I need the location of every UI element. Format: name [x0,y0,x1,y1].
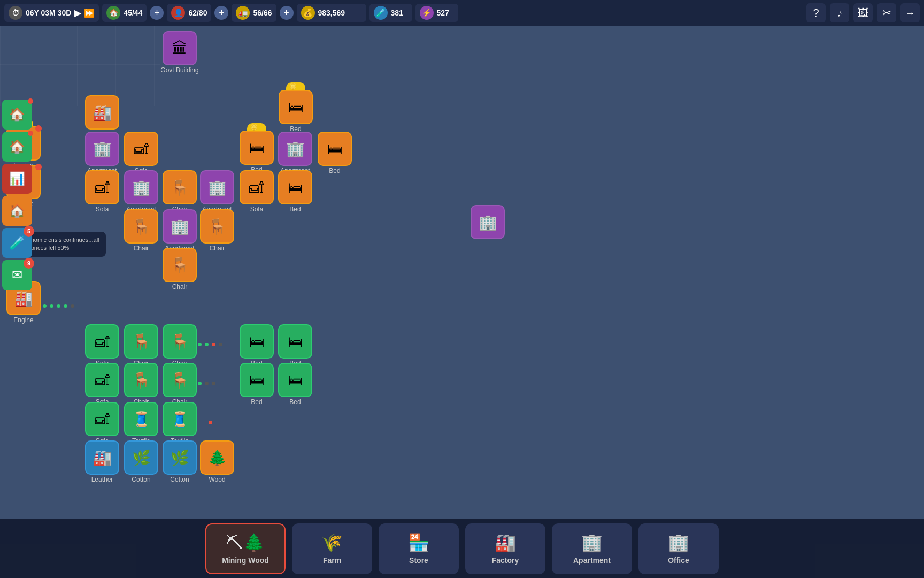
building-sofa-3[interactable]: 🛋 Sofa [237,170,276,213]
cotton-2-icon: 🌿 [163,440,197,475]
stats-icon: 📊 [9,171,25,186]
sidebar-btn-build2[interactable]: 🏠 [2,132,32,162]
building-chair-1[interactable]: 🪑 Chair [160,170,199,213]
bed-3-icon: 🛏 [278,170,312,204]
bp-factory[interactable]: 🏭 Factory [465,523,545,574]
apartment-3-icon: 🏢 [124,170,158,204]
chair-2-icon: 🪑 [124,209,158,244]
govt-icon: 🏛 [163,31,197,65]
bed-g4-icon: 🛏 [278,363,312,397]
building-chair-g2[interactable]: 🪑 Chair [160,324,199,367]
building-bed-top[interactable]: 🪙 235 🛏 Bed [276,90,315,133]
building-bed-coin[interactable]: 🪙 232 🛏 Bed [237,131,276,173]
building-chair-2[interactable]: 🪑 Chair [122,209,160,252]
building-sofa-1[interactable]: 🛋 Sofa [122,132,160,174]
dot [212,382,215,385]
build-alert-dot [28,98,33,104]
bp-mining-wood[interactable]: ⛏🌲 Mining Wood [205,523,286,574]
building-bed-g1[interactable]: 🛏 Bed [237,324,276,367]
textile-1-icon: 🧵 [124,402,158,436]
workers-display: 👤 62/80 [167,4,211,22]
building-apartment-3[interactable]: 🏢 Apartment [122,170,160,213]
building-apartment-2[interactable]: 🏢 Apartment [276,132,314,174]
tires-icon: 🏭 [85,95,119,130]
money-display: 💰 983,569 [297,4,366,22]
apartment-2-icon: 🏢 [278,132,312,166]
population-display: 🏠 45/44 [102,4,147,22]
building-sofa-g2[interactable]: 🛋 Sofa [83,363,121,406]
sidebar-btn-mail[interactable]: ✉ 9 [2,260,32,290]
building-bed-g3[interactable]: 🛏 Bed [237,363,276,406]
add-worker-button[interactable]: + [214,6,228,20]
building-leather[interactable]: 🏭 Leather [83,440,121,483]
mail-icon: ✉ [12,268,22,283]
sidebar-btn-science[interactable]: 🧪 5 [2,228,32,258]
sidebar-btn-build[interactable]: 🏠 [2,100,32,130]
building-apartment-1[interactable]: 🏢 Apartment [83,132,121,174]
apartment-5-icon: 🏢 [163,209,197,244]
bp-office[interactable]: 🏢 Office [638,523,719,574]
building-chair-g4[interactable]: 🪑 Chair [160,363,199,406]
science-icon: 🧪 [9,235,25,250]
cotton-1-icon: 🌿 [124,440,158,475]
building-wood[interactable]: 🌲 Wood [198,440,236,483]
apartment-4-icon: 🏢 [200,170,234,204]
time-display: ⏱ 06Y 03M 30D ▶ ⏩ [4,4,99,22]
dot [57,304,60,308]
building-bed-g4[interactable]: 🛏 Bed [276,363,314,406]
building-bed-3[interactable]: 🛏 Bed [276,170,314,213]
dot [212,343,215,346]
clock-icon: ⏱ [9,6,22,20]
building-sofa-g1[interactable]: 🛋 Sofa [83,324,121,367]
top-bar: ⏱ 06Y 03M 30D ▶ ⏩ 🏠 45/44 + 👤 62/80 + 🚛 … [0,0,924,26]
build2-alert-dot [28,131,33,136]
help-button[interactable]: ? [806,3,826,22]
building-chair-g3[interactable]: 🪑 Chair [122,363,160,406]
bp-store[interactable]: 🏪 Store [379,523,459,574]
apartment-icon: 🏢 [581,533,603,553]
chair-3-icon: 🪑 [200,209,234,244]
building-sofa-g3[interactable]: 🛋 Sofa [83,402,121,445]
building-apartment-5[interactable]: 🏢 Apartment [160,209,199,252]
office-icon: 🏢 [668,533,689,553]
building-sofa-2[interactable]: 🛋 Sofa [83,170,121,213]
building-apartment-lone[interactable]: 🏢 [468,205,507,240]
building-chair-3[interactable]: 🪑 Chair [198,209,236,252]
building-chair-4[interactable]: 🪑 Chair [160,248,199,291]
chair-g4-icon: 🪑 [163,363,197,397]
building-govt[interactable]: 🏛 Govt Building [160,31,199,74]
building-chair-g1[interactable]: 🪑 Chair [122,324,160,367]
scissors-button[interactable]: ✂ [877,3,896,22]
music-button[interactable]: ♪ [830,3,849,22]
add-truck-button[interactable]: + [280,6,294,20]
bed-coin-icon: 🛏 [240,131,274,165]
sidebar-btn-home[interactable]: 🏠 [2,196,32,226]
sidebar-btn-stats[interactable]: 📊 [2,164,32,194]
building-bed-2[interactable]: 🛏 Bed [315,132,354,174]
building-apartment-4[interactable]: 🏢 Apartment [198,170,236,213]
top-right-icons: ? ♪ 🖼 ✂ → [806,3,920,22]
chair-g3-icon: 🪑 [124,363,158,397]
building-textile-2[interactable]: 🧵 Textile [160,402,199,445]
bp-farm[interactable]: 🌾 Farm [292,523,372,574]
worker-icon: 👤 [171,6,185,20]
chair-g2-icon: 🪑 [163,324,197,359]
energy-display: ⚡ 527 [415,4,458,22]
dot [205,343,209,346]
building-cotton-2[interactable]: 🌿 Cotton [160,440,199,483]
chair-4-icon: 🪑 [163,248,197,282]
gallery-button[interactable]: 🖼 [853,3,873,22]
bed-g1-icon: 🛏 [240,324,274,359]
bed-g2-icon: 🛏 [278,324,312,359]
building-cotton-1[interactable]: 🌿 Cotton [122,440,160,483]
building-bed-g2[interactable]: 🛏 Bed [276,324,314,367]
dot [71,304,74,308]
building-textile-1[interactable]: 🧵 Textile [122,402,160,445]
leather-icon: 🏭 [85,440,119,475]
exit-button[interactable]: → [900,3,920,22]
game-area: 🏠 🏠 📊 🏠 🧪 5 ✉ 9 The economic crisis cont… [0,26,924,578]
add-population-button[interactable]: + [150,6,164,20]
truck-icon: 🚛 [236,6,250,20]
bp-apartment[interactable]: 🏢 Apartment [552,523,632,574]
chair-g1-icon: 🪑 [124,324,158,359]
